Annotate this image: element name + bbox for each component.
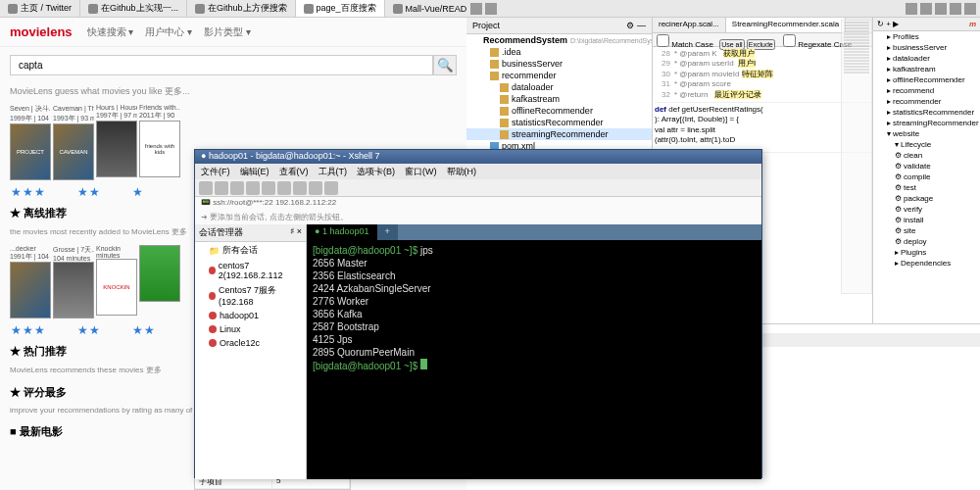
maven-goal[interactable]: ⚙ compile: [873, 172, 980, 182]
maven-goal[interactable]: ⚙ deploy: [873, 236, 980, 247]
maven-goal[interactable]: ⚙ install: [873, 215, 980, 225]
tree-root[interactable]: RecommendSystem D:\bigdata\RecommendSyst…: [466, 34, 652, 46]
search-button[interactable]: 🔍: [433, 55, 457, 75]
movielens-logo[interactable]: movielens: [10, 24, 73, 39]
stop-icon[interactable]: [950, 3, 961, 15]
editor-tab-active[interactable]: StreamingRecommender.scala: [726, 18, 846, 32]
rating-stars[interactable]: ★★: [76, 322, 102, 338]
menu-file[interactable]: 文件(F): [201, 166, 230, 177]
maven-module[interactable]: ▸ dataloader: [873, 53, 980, 64]
movie-card[interactable]: ...decker1991年 | 104 minutes: [10, 245, 51, 318]
maven-deps[interactable]: ▸ Dependencies: [873, 258, 980, 269]
run-icon[interactable]: ▶: [893, 20, 899, 28]
search-input[interactable]: [10, 55, 433, 75]
color-icon[interactable]: [309, 181, 322, 195]
maven-module[interactable]: ▸ recommender: [873, 96, 980, 107]
maven-module[interactable]: ▸ streamingRecommender: [873, 118, 980, 128]
maven-lifecycle[interactable]: ▾ Lifecycle: [873, 139, 980, 150]
rating-stars[interactable]: ★: [131, 184, 145, 200]
browser-tab[interactable]: 在Github上方便搜索: [187, 0, 296, 17]
new-tab-button[interactable]: +: [377, 224, 398, 240]
build-icon[interactable]: [906, 3, 917, 15]
maven-goal[interactable]: ⚙ validate: [873, 161, 980, 172]
browser-tab[interactable]: 在Github上实现一...: [80, 0, 187, 17]
nav-genres[interactable]: 影片类型 ▾: [204, 25, 251, 39]
movie-card[interactable]: Hours | House... | The Q...1997年 | 97 mi…: [96, 104, 137, 180]
tree-item[interactable]: recommender: [466, 70, 652, 81]
menu-help[interactable]: 帮助(H): [447, 166, 477, 177]
new-session-icon[interactable]: [199, 181, 213, 195]
settings-icon[interactable]: [964, 3, 976, 15]
tree-item[interactable]: dataloader: [466, 81, 652, 93]
tree-item-selected[interactable]: streamingRecommender: [466, 128, 652, 140]
refresh-icon[interactable]: ↻: [877, 20, 884, 28]
movie-card[interactable]: Friends with...2011年 | 90friends with ki…: [139, 104, 180, 180]
nav-usercenter[interactable]: 用户中心 ▾: [145, 25, 192, 39]
session-item[interactable]: Centos7 7服务 (192.168: [195, 282, 306, 309]
session-icon: [209, 267, 216, 274]
menu-window[interactable]: 窗口(W): [405, 166, 437, 177]
address-bar[interactable]: 📟 ssh://root@***:22 192.168.2.112:22: [195, 197, 761, 211]
terminal-toolbar: [195, 179, 761, 197]
rating-stars[interactable]: ★★★: [10, 184, 47, 200]
movie-card[interactable]: Grosse | 7天...104 minutes: [53, 245, 94, 318]
rating-stars[interactable]: ★★: [76, 184, 102, 200]
maven-goal[interactable]: ⚙ test: [873, 182, 980, 193]
menu-view[interactable]: 查看(V): [279, 166, 309, 177]
rating-stars[interactable]: ★★: [131, 322, 157, 338]
maven-module[interactable]: ▸ kafkastream: [873, 64, 980, 74]
plus-icon[interactable]: +: [886, 20, 891, 28]
session-item[interactable]: centos7 2(192.168.2.112: [195, 259, 306, 282]
movie-card[interactable]: Caveman | The Caveman的...1993年 | 93 minu…: [53, 104, 94, 180]
menu-tabs[interactable]: 选项卡(B): [357, 166, 395, 177]
debug-icon[interactable]: [935, 3, 947, 15]
editor-minimap[interactable]: [841, 20, 872, 294]
maven-goal[interactable]: ⚙ site: [873, 225, 980, 236]
menu-tools[interactable]: 工具(T): [318, 166, 348, 177]
match-case-checkbox[interactable]: Match Case: [657, 40, 713, 49]
terminal-tab-active[interactable]: ● 1 hadoop01: [307, 224, 377, 240]
forward-icon[interactable]: [485, 3, 497, 15]
movie-card[interactable]: KnockinminutesKNOCKIN: [96, 245, 137, 318]
reconnect-icon[interactable]: [230, 181, 244, 195]
window-title[interactable]: ● hadoop01 - bigdata@hadoop01:~ - Xshell…: [195, 150, 761, 164]
editor-tab[interactable]: recinerApp.scal...: [653, 18, 726, 32]
movie-card[interactable]: Seven | 决斗... | Seven S...1999年 | 104 mi…: [10, 104, 51, 180]
copy-icon[interactable]: [246, 181, 260, 195]
tree-item[interactable]: businessServer: [466, 58, 652, 70]
tree-item[interactable]: .idea: [466, 46, 652, 58]
back-icon[interactable]: [470, 3, 482, 15]
maven-module[interactable]: ▾ website: [873, 128, 980, 139]
gear-icon[interactable]: ⚙ —: [626, 21, 646, 30]
maven-goal[interactable]: ⚙ clean: [873, 150, 980, 161]
movie-card[interactable]: [139, 245, 180, 318]
session-item[interactable]: Oracle12c: [195, 336, 306, 350]
tree-item[interactable]: kafkastream: [466, 93, 652, 105]
find-icon[interactable]: [277, 181, 291, 195]
browser-tab[interactable]: page_百度搜索: [296, 0, 385, 17]
session-folder[interactable]: 📁 所有会话: [195, 242, 306, 259]
maven-goal[interactable]: ⚙ verify: [873, 204, 980, 215]
rating-stars[interactable]: ★★★: [10, 322, 47, 338]
maven-module[interactable]: ▸ statisticsRecommender: [873, 107, 980, 118]
maven-module[interactable]: ▸ recommend: [873, 85, 980, 96]
menu-edit[interactable]: 编辑(E): [240, 166, 270, 177]
maven-module[interactable]: ▸ offlineRecommender: [873, 74, 980, 85]
browser-tab[interactable]: 主页 / Twitter: [0, 0, 80, 17]
open-icon[interactable]: [215, 181, 228, 195]
font-icon[interactable]: [324, 181, 338, 195]
session-item[interactable]: Linux: [195, 322, 306, 336]
maven-profiles[interactable]: ▸ Profiles: [873, 31, 980, 42]
properties-icon[interactable]: [293, 181, 307, 195]
paste-icon[interactable]: [262, 181, 275, 195]
maven-module[interactable]: ▸ businessServer: [873, 42, 980, 53]
tree-item[interactable]: offlineRecommender: [466, 105, 652, 117]
maven-plugins[interactable]: ▸ Plugins: [873, 247, 980, 258]
tree-item[interactable]: statisticsRecommender: [466, 117, 652, 128]
nav-quicksearch[interactable]: 快速搜索 ▾: [87, 25, 134, 39]
run-icon[interactable]: [920, 3, 932, 15]
terminal-output[interactable]: [bigdata@hadoop01 ~]$ jps 2656 Master 23…: [307, 240, 761, 479]
session-item[interactable]: hadoop01: [195, 309, 306, 322]
close-icon[interactable]: ♯ ×: [290, 226, 302, 239]
maven-goal[interactable]: ⚙ package: [873, 193, 980, 204]
